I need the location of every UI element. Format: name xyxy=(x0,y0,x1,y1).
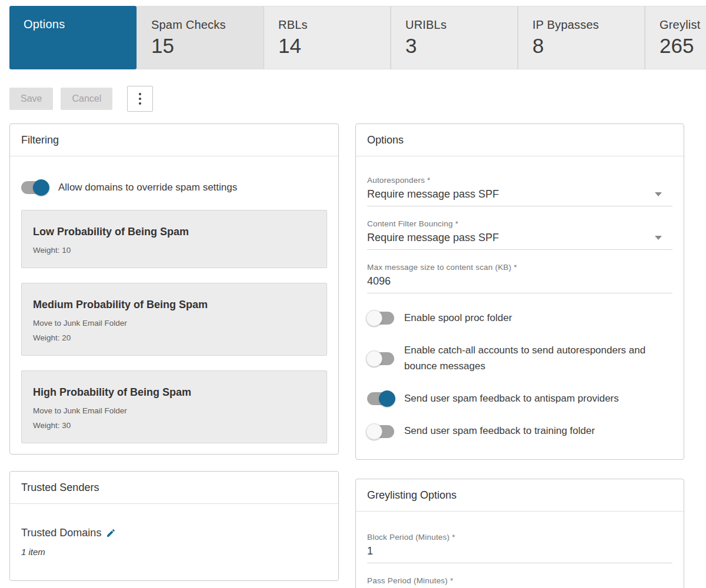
greylisting-card: Greylisting Options Block Period (Minute… xyxy=(355,479,684,588)
level-title: Medium Probability of Being Spam xyxy=(33,299,315,311)
pass-period-field: Pass Period (Minutes) * 360 xyxy=(367,576,672,588)
toggle-knob xyxy=(366,350,382,367)
level-action: Move to Junk Email Folder xyxy=(33,319,315,328)
level-weight: Weight: 20 xyxy=(33,333,315,342)
tab-label: IP Bypasses xyxy=(532,18,644,32)
tab-label: URIBLs xyxy=(405,18,517,32)
toolbar: Save Cancel xyxy=(9,86,706,112)
content-filter-bouncing-select[interactable]: Require message pass SPF xyxy=(367,228,672,250)
field-label: Content Filter Bouncing * xyxy=(367,219,672,228)
edit-pencil-icon[interactable] xyxy=(106,528,116,538)
block-period-field: Block Period (Minutes) * 1 xyxy=(367,533,672,563)
toggle-label: Send user spam feedback to antispam prov… xyxy=(404,391,619,406)
field-value: Require message pass SPF xyxy=(367,232,499,244)
pass-period-input[interactable]: 360 xyxy=(367,585,672,588)
greylisting-card-title: Greylisting Options xyxy=(356,479,684,512)
tab-label: Spam Checks xyxy=(151,18,263,32)
max-message-size-field: Max message size to content scan (KB) * … xyxy=(367,263,672,293)
autoresponders-field: Autoresponders * Require message pass SP… xyxy=(367,176,672,206)
kebab-icon xyxy=(139,93,141,95)
field-label: Pass Period (Minutes) * xyxy=(367,576,672,585)
toggle-knob xyxy=(33,179,49,196)
spam-level-medium[interactable]: Medium Probability of Being Spam Move to… xyxy=(21,283,327,356)
feedback-training-toggle-row: Send user spam feedback to training fold… xyxy=(367,423,672,439)
spam-level-high[interactable]: High Probability of Being Spam Move to J… xyxy=(21,370,327,443)
tab-count: 8 xyxy=(532,34,644,58)
toggle-label: Enable spool proc folder xyxy=(404,310,512,326)
field-label: Max message size to content scan (KB) * xyxy=(367,263,672,272)
autoresponders-select[interactable]: Require message pass SPF xyxy=(367,185,672,206)
field-label: Block Period (Minutes) * xyxy=(367,533,672,542)
level-weight: Weight: 30 xyxy=(33,421,315,430)
tab-label: RBLs xyxy=(278,18,390,32)
catch-all-toggle[interactable] xyxy=(367,352,394,365)
field-label: Autoresponders * xyxy=(367,176,672,185)
chevron-down-icon xyxy=(655,236,662,240)
tab-count: 3 xyxy=(405,34,517,58)
filtering-card: Filtering Allow domains to override spam… xyxy=(9,123,339,455)
tab-rbls[interactable]: RBLs 14 xyxy=(264,6,391,69)
tab-count: 265 xyxy=(660,34,706,58)
antispam-settings-page: Options Spam Checks 15 RBLs 14 URIBLs 3 … xyxy=(0,0,706,588)
spool-proc-toggle-row: Enable spool proc folder xyxy=(367,310,672,326)
trusted-senders-card-title: Trusted Senders xyxy=(10,472,338,504)
toggle-knob xyxy=(366,310,382,326)
tab-count: 15 xyxy=(151,34,263,58)
toggle-label: Send user spam feedback to training fold… xyxy=(404,423,595,439)
tab-spam-checks[interactable]: Spam Checks 15 xyxy=(136,6,264,69)
options-card-title: Options xyxy=(356,124,684,156)
level-title: High Probability of Being Spam xyxy=(33,386,315,399)
tab-bar: Options Spam Checks 15 RBLs 14 URIBLs 3 … xyxy=(9,6,706,69)
chevron-down-icon xyxy=(655,192,662,196)
field-value: 4096 xyxy=(367,275,391,288)
trusted-domains-count: 1 item xyxy=(21,547,327,557)
content-filter-bouncing-field: Content Filter Bouncing * Require messag… xyxy=(367,219,672,250)
options-card: Options Autoresponders * Require message… xyxy=(355,123,684,460)
level-action: Move to Junk Email Folder xyxy=(33,406,315,415)
cancel-button[interactable]: Cancel xyxy=(61,88,112,110)
tab-label: Greylist xyxy=(660,18,706,32)
spool-proc-toggle[interactable] xyxy=(367,312,394,325)
tab-uribls[interactable]: URIBLs 3 xyxy=(391,6,518,69)
tab-label: Options xyxy=(24,18,136,31)
toggle-knob xyxy=(366,423,382,440)
feedback-providers-toggle[interactable] xyxy=(367,392,394,405)
toggle-label: Enable catch-all accounts to send autore… xyxy=(404,343,672,374)
feedback-training-toggle[interactable] xyxy=(367,425,394,438)
trusted-domains-link[interactable]: Trusted Domains xyxy=(21,527,101,539)
override-spam-toggle-row: Allow domains to override spam settings xyxy=(21,180,327,195)
filtering-card-title: Filtering xyxy=(10,124,338,156)
level-weight: Weight: 10 xyxy=(33,246,315,255)
toggle-label: Allow domains to override spam settings xyxy=(58,180,237,195)
more-actions-button[interactable] xyxy=(127,86,153,112)
tab-count: 14 xyxy=(278,34,390,58)
max-message-size-input[interactable]: 4096 xyxy=(367,272,672,293)
save-button[interactable]: Save xyxy=(9,88,53,110)
field-value: Require message pass SPF xyxy=(367,188,499,201)
trusted-senders-card: Trusted Senders Trusted Domains 1 item xyxy=(9,471,339,581)
field-value: 1 xyxy=(367,545,373,557)
tab-options[interactable]: Options xyxy=(9,6,136,69)
spam-level-low[interactable]: Low Probability of Being Spam Weight: 10 xyxy=(21,210,327,268)
catch-all-toggle-row: Enable catch-all accounts to send autore… xyxy=(367,343,672,374)
feedback-providers-toggle-row: Send user spam feedback to antispam prov… xyxy=(367,391,672,406)
toggle-knob xyxy=(379,390,395,407)
block-period-input[interactable]: 1 xyxy=(367,542,672,563)
tab-ip-bypasses[interactable]: IP Bypasses 8 xyxy=(518,6,645,69)
tab-greylist[interactable]: Greylist 265 xyxy=(645,6,706,69)
override-spam-toggle[interactable] xyxy=(21,181,48,194)
level-title: Low Probability of Being Spam xyxy=(33,226,315,238)
